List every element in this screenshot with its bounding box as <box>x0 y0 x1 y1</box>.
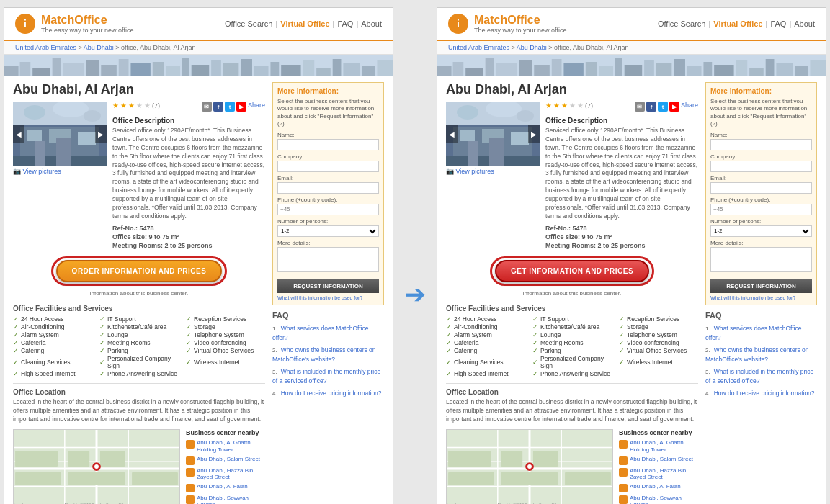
facebook-icon[interactable]: f <box>213 102 223 112</box>
faq-link-1[interactable]: Who owns the business centers on MatchOf… <box>272 346 376 363</box>
details-textarea[interactable] <box>277 247 379 272</box>
nav-links-right: Office Search | Virtual Office | FAQ | A… <box>658 19 815 28</box>
view-pictures-link[interactable]: 📷 View pictures <box>13 168 107 175</box>
email-icon-right[interactable]: ✉ <box>635 102 645 112</box>
nearby-link-0[interactable]: Abu Dhabi, Al Ghafth Holding Tower <box>197 439 265 453</box>
rnearby-link-3[interactable]: Abu Dhabi, Al Falah <box>630 483 681 490</box>
nav-office-search[interactable]: Office Search <box>225 19 272 28</box>
nav-about-right[interactable]: About <box>794 19 815 28</box>
get-info-button[interactable]: GET INFORMATION AND PRICES <box>495 260 649 282</box>
nearby-3: Abu Dhabi, Al Falah <box>186 483 265 492</box>
img-next-arrow[interactable]: ▶ <box>95 125 107 143</box>
nav-about[interactable]: About <box>361 19 382 28</box>
rfaq-0: 1. What services does MatchOffice offer? <box>705 323 817 342</box>
rfaq-link-1[interactable]: Who owns the business centers on MatchOf… <box>705 346 809 363</box>
youtube-icon-right[interactable]: ▶ <box>669 102 679 112</box>
office-description: Serviced office only 1290AE/month*. This… <box>112 127 265 221</box>
order-info-button[interactable]: ORDER INFORMATION AND PRICES <box>56 260 223 282</box>
cityscape <box>4 55 393 76</box>
share-link-right[interactable]: Share <box>681 102 698 112</box>
view-pictures-link-right[interactable]: 📷 View pictures <box>446 168 540 175</box>
location-text-right: Located in the heart of the central busi… <box>446 398 698 424</box>
rform-phone: Phone (+country code): <box>710 197 812 215</box>
svg-rect-14 <box>211 60 221 76</box>
nearby-section: Business center nearby Abu Dhabi, Al Gha… <box>186 429 265 504</box>
rcompany-label: Company: <box>710 153 812 160</box>
rnearby-link-1[interactable]: Abu Dhabi, Salam Street <box>630 456 693 463</box>
check-11: ✓ <box>186 339 192 346</box>
twitter-icon-right[interactable]: t <box>658 102 668 112</box>
company-input[interactable] <box>277 161 379 172</box>
img-next-arrow-right[interactable]: ▶ <box>528 125 540 143</box>
remail-label: Email: <box>710 175 812 181</box>
nearby-link-1[interactable]: Abu Dhabi, Salam Street <box>197 456 260 463</box>
nearby-icon-1 <box>186 456 195 465</box>
rnearby-3: Abu Dhabi, Al Falah <box>619 483 698 492</box>
faq-link-3[interactable]: How do I receive pricing information? <box>281 390 382 397</box>
check-9: ✓ <box>13 339 19 346</box>
rnearby-link-4[interactable]: Abu Dhabi, Sowwah Square <box>630 495 698 504</box>
svg-rect-72 <box>625 65 643 76</box>
check-18: ✓ <box>13 370 19 377</box>
youtube-icon[interactable]: ▶ <box>236 102 246 112</box>
faq-link-0[interactable]: What services does MatchOffice offer? <box>272 325 368 341</box>
rstar2: ★ <box>553 102 560 109</box>
nav-virtual-office[interactable]: Virtual Office <box>280 19 329 28</box>
rfaq-link-3[interactable]: How do I receive pricing information? <box>714 390 815 397</box>
facility-2: ✓Reception Services <box>186 315 265 323</box>
cityscape-right <box>437 55 826 76</box>
nav-virtual-office-right[interactable]: Virtual Office <box>713 19 762 28</box>
form-company: Company: <box>277 153 379 172</box>
privacy-link[interactable]: What will this information be used for? <box>277 295 379 300</box>
email-input[interactable] <box>277 182 379 194</box>
rprivacy-link[interactable]: What will this information be used for? <box>710 295 812 300</box>
email-icon[interactable]: ✉ <box>202 102 212 112</box>
breadcrumb-uae[interactable]: United Arab Emirates <box>15 44 76 51</box>
main-content-right: Abu Dhabi, Al Arjan ◀ <box>437 76 826 504</box>
rfaq-link-2[interactable]: What is included in the monthly price of… <box>705 368 813 384</box>
faq-1: 2. Who owns the business centers on Matc… <box>272 345 384 364</box>
img-prev-arrow[interactable]: ◀ <box>13 125 24 143</box>
nearby-link-3[interactable]: Abu Dhabi, Al Falah <box>197 483 248 490</box>
rpersons-select[interactable]: 1-2 <box>710 225 812 237</box>
nav-faq[interactable]: FAQ <box>337 19 353 28</box>
request-btn[interactable]: REQUEST INFORMATION <box>277 279 379 293</box>
facebook-icon-right[interactable]: f <box>646 102 656 112</box>
svg-rect-18 <box>270 62 279 76</box>
img-prev-arrow-right[interactable]: ◀ <box>446 125 458 143</box>
rfaq-link-0[interactable]: What services does MatchOffice offer? <box>705 325 801 341</box>
remail-input[interactable] <box>710 182 812 194</box>
twitter-icon[interactable]: t <box>225 102 235 112</box>
persons-select[interactable]: 1-2 <box>277 225 379 237</box>
nearby-link-2[interactable]: Abu Dhabi, Hazza Bin Zayed Street <box>197 467 265 481</box>
rdetails-textarea[interactable] <box>710 247 812 272</box>
rfacility-13: ✓Parking <box>532 347 612 354</box>
nav-faq-right[interactable]: FAQ <box>770 19 786 28</box>
phone-input[interactable] <box>277 204 379 215</box>
svg-rect-68 <box>563 63 583 76</box>
breadcrumb-uae-right[interactable]: United Arab Emirates <box>448 44 509 51</box>
svg-point-55 <box>94 465 99 469</box>
svg-rect-65 <box>519 60 532 76</box>
svg-rect-107 <box>501 451 522 467</box>
left-section: Abu Dhabi, Al Arjan ◀ <box>13 82 265 504</box>
rname-input[interactable] <box>710 139 812 150</box>
logo-icon-right: i <box>448 14 468 34</box>
rfaq-title: FAQ <box>705 311 817 320</box>
brand-name: MatchOffice <box>41 14 107 26</box>
breadcrumb-abudhabi[interactable]: Abu Dhabi <box>84 44 114 51</box>
breadcrumb-abudhabi-right[interactable]: Abu Dhabi <box>517 44 547 51</box>
rform-company: Company: <box>710 153 812 172</box>
nav-office-search-right[interactable]: Office Search <box>658 19 705 28</box>
rcompany-input[interactable] <box>710 161 812 172</box>
share-link[interactable]: Share <box>248 102 265 112</box>
rnearby-link-2[interactable]: Abu Dhabi, Hazza Bin Zayed Street <box>630 467 698 481</box>
name-input[interactable] <box>277 139 379 150</box>
rrequest-btn[interactable]: REQUEST INFORMATION <box>710 279 812 293</box>
svg-rect-48 <box>15 451 58 467</box>
rphone-input[interactable] <box>710 204 812 215</box>
faq-link-2[interactable]: What is included in the monthly price of… <box>272 368 380 384</box>
svg-point-36 <box>24 105 45 120</box>
nearby-link-4[interactable]: Abu Dhabi, Sowwah Square <box>197 495 265 504</box>
rnearby-link-0[interactable]: Abu Dhabi, Al Ghafth Holding Tower <box>630 439 698 453</box>
